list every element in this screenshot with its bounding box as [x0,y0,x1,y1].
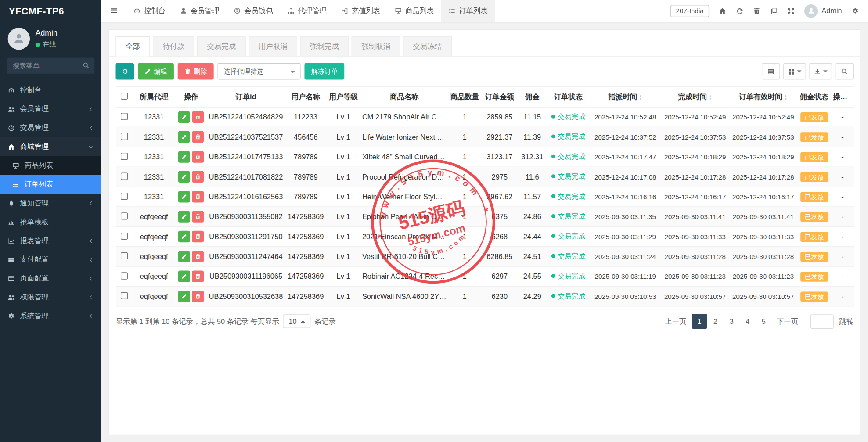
settings-button[interactable] [851,7,859,15]
user-level-cell: Lv 1 [326,167,360,187]
sidebar-item-3[interactable]: 商城管理 [0,137,101,156]
chart-line-icon [8,237,15,244]
row-edit-button[interactable] [178,271,190,282]
row-select-checkbox[interactable] [120,133,127,140]
topnav-item-0[interactable]: 控制台 [126,0,173,22]
row-edit-button[interactable] [178,291,190,302]
row-select-checkbox[interactable] [120,252,127,259]
row-delete-button[interactable] [192,251,204,262]
row-edit-button[interactable] [178,251,190,262]
topnav-item-6[interactable]: 订单列表 [441,0,495,22]
sidebar-item-5[interactable]: 抢单模板 [0,212,101,231]
sidebar-item-9[interactable]: 权限管理 [0,288,101,307]
row-delete-button[interactable] [192,131,204,143]
row-select-checkbox[interactable] [120,212,127,219]
filter-tab-4[interactable]: 强制完成 [300,36,349,56]
row-select-checkbox[interactable] [120,152,127,159]
sidebar-item-1[interactable]: 会员管理 [0,100,101,119]
next-page-button[interactable]: 下一页 [772,314,803,329]
topnav-item-1[interactable]: 会员管理 [173,0,226,22]
sidebar-item-7[interactable]: 支付配置 [0,250,101,269]
topnav-item-4[interactable]: 充值列表 [334,0,387,22]
row-select-checkbox[interactable] [120,172,127,180]
filter-tab-2[interactable]: 交易完成 [197,36,246,56]
delete-button[interactable]: 删除 [178,63,214,80]
filter-tab-6[interactable]: 交易冻结 [403,36,452,56]
commission-status-badge: 已发放 [800,192,828,202]
columns-toggle-button[interactable] [783,63,806,80]
sidebar-subitem-3-0[interactable]: 商品列表 [0,156,101,175]
row-edit-button[interactable] [178,211,190,222]
sidebar-item-0[interactable]: 控制台 [0,81,101,100]
row-edit-button[interactable] [178,171,190,183]
row-select-checkbox[interactable] [120,192,127,199]
row-delete-button[interactable] [192,171,204,183]
sort-icon[interactable]: ▲▼ [784,94,787,101]
topbar-user-menu[interactable]: Admin [804,4,842,17]
row-delete-button[interactable] [192,291,204,302]
row-select-checkbox[interactable] [120,292,127,299]
sidebar-subitem-3-1[interactable]: 订单列表 [0,175,101,194]
row-edit-button[interactable] [178,111,190,122]
page-size-select[interactable]: 10 [283,314,310,328]
sidebar-item-8[interactable]: 页面配置 [0,269,101,288]
row-edit-button[interactable] [178,151,190,162]
row-select-checkbox[interactable] [120,272,127,279]
sort-icon[interactable]: ▲▼ [709,94,712,101]
sidebar-item-10[interactable]: 系统管理 [0,307,101,326]
page-number-2[interactable]: 2 [708,314,723,329]
topnav-item-3[interactable]: 代理管理 [280,0,334,22]
sidebar-item-6[interactable]: 报表管理 [0,231,101,250]
page-number-4[interactable]: 4 [740,314,755,329]
column-header-11[interactable]: 完成时间▲▼ [661,86,729,107]
topnav-item-5[interactable]: 商品列表 [388,0,441,22]
region-selector[interactable]: 207-India [670,5,709,17]
column-header-10[interactable]: 指派时间▲▼ [590,86,661,107]
fullscreen-button[interactable] [787,7,795,15]
search-toggle-button[interactable] [836,63,854,80]
sidebar-toggle-button[interactable] [101,0,126,22]
refresh-table-button[interactable] [116,63,134,80]
row-delete-button[interactable] [192,111,204,122]
agent-filter-select[interactable]: 选择代理筛选 [218,63,301,80]
row-delete-button[interactable] [192,151,204,162]
filter-tab-5[interactable]: 强制取消 [352,36,400,56]
sort-icon[interactable]: ▲▼ [639,94,642,101]
menu-search-input[interactable] [7,57,94,74]
detail-view-button[interactable] [762,63,780,80]
row-edit-button[interactable] [178,191,190,202]
row-edit-button[interactable] [178,231,190,242]
jump-page-input[interactable] [810,314,834,329]
unfreeze-order-button[interactable]: 解冻订单 [304,63,344,80]
assign-time-cell: 2025-12-24 10:37:52 [590,127,661,147]
topnav-item-2[interactable]: 会员钱包 [227,0,280,22]
jump-button[interactable]: 跳转 [839,316,854,327]
page-number-5[interactable]: 5 [756,314,771,329]
filter-tab-0[interactable]: 全部 [116,36,150,56]
filter-tab-3[interactable]: 用户取消 [249,36,297,56]
row-delete-button[interactable] [192,211,204,222]
page-number-3[interactable]: 3 [724,314,739,329]
page-number-1[interactable]: 1 [692,314,707,329]
topnav-item-label: 商品列表 [405,6,434,16]
sidebar-item-4[interactable]: 通知管理 [0,194,101,212]
clear-cache-button[interactable] [753,7,761,15]
home-button[interactable] [719,7,727,15]
edit-button[interactable]: 编辑 [138,63,174,80]
column-header-12[interactable]: 订单有效时间▲▼ [729,86,797,107]
row-select-checkbox[interactable] [120,232,127,239]
row-delete-button[interactable] [192,271,204,282]
user-avatar[interactable] [8,28,30,50]
row-delete-button[interactable] [192,231,204,242]
assign-time-cell: 2025-12-24 10:52:48 [590,107,661,127]
sidebar-item-2[interactable]: 交易管理 [0,119,101,137]
row-delete-button[interactable] [192,191,204,202]
filter-tab-1[interactable]: 待付款 [153,36,194,56]
row-edit-button[interactable] [178,131,190,143]
row-select-checkbox[interactable] [120,113,127,120]
refresh-page-button[interactable] [736,7,744,15]
copy-button[interactable] [770,7,778,15]
select-all-checkbox[interactable] [120,93,127,100]
export-button[interactable] [809,63,832,80]
prev-page-button[interactable]: 上一页 [660,314,691,329]
